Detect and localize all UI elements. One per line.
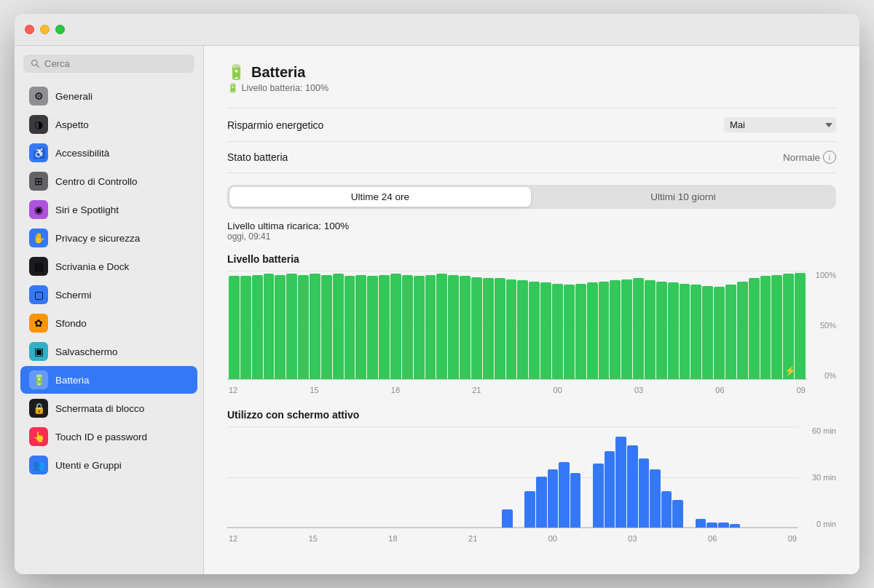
usage-bar <box>639 458 650 528</box>
centro-controllo-label: Centro di Controllo <box>55 176 138 187</box>
generali-label: Generali <box>55 91 92 102</box>
svg-point-0 <box>32 60 37 65</box>
battery-bar <box>471 277 482 379</box>
batteria-icon: 🔋 <box>29 370 48 389</box>
battery-bar <box>402 275 413 379</box>
last-charge-time: oggi, 09:41 <box>227 231 836 242</box>
usage-y-labels: 60 min 30 min 0 min <box>800 426 836 528</box>
usage-y-label-mid: 30 min <box>812 473 836 482</box>
setting-row-0: Risparmio energeticoMaiSempreSolo a batt… <box>227 108 836 142</box>
usage-bar <box>524 491 535 528</box>
touch-id-label: Touch ID e password <box>55 432 147 442</box>
close-button[interactable] <box>25 25 34 34</box>
tab-10d[interactable]: Ultimi 10 giorni <box>532 187 834 207</box>
usage-bar <box>696 519 706 528</box>
sidebar-item-scrivania-dock[interactable]: ▤Scrivania e Dock <box>20 253 197 280</box>
aspetto-label: Aspetto <box>55 119 89 130</box>
battery-x-label: 18 <box>391 386 400 394</box>
usage-chart-area: 60 min 30 min 0 min 1215182100030609 <box>227 426 836 543</box>
svg-line-1 <box>37 65 39 68</box>
usage-chart-title: Utilizzo con schermo attivo <box>227 409 836 421</box>
battery-bar <box>610 280 621 379</box>
sidebar-item-utenti-gruppi[interactable]: 👥Utenti e Gruppi <box>20 451 197 479</box>
sidebar-item-sfondo[interactable]: ✿Sfondo <box>20 309 197 337</box>
battery-bar <box>517 280 528 379</box>
sidebar-item-salvaschermo[interactable]: ▣Salvaschermo <box>20 338 197 365</box>
usage-chart-inner <box>227 426 798 528</box>
battery-bar <box>737 282 748 379</box>
battery-bar <box>621 279 632 379</box>
generali-icon: ⚙ <box>29 87 48 106</box>
battery-bar <box>333 274 344 379</box>
batteria-label: Batteria <box>55 375 90 386</box>
usage-bar <box>559 462 570 528</box>
battery-bar <box>540 282 551 379</box>
usage-bar <box>706 523 717 528</box>
usage-bar <box>672 500 683 528</box>
search-box[interactable] <box>23 55 194 73</box>
battery-bar <box>436 274 447 379</box>
schermata-blocco-label: Schermata di blocco <box>55 403 144 414</box>
battery-bar <box>575 284 586 379</box>
battery-bar <box>668 282 679 379</box>
usage-bar <box>605 451 615 528</box>
sidebar-item-accessibilita[interactable]: ♿Accessibilità <box>20 139 197 167</box>
salvaschermo-icon: ▣ <box>29 342 48 361</box>
battery-bar <box>252 275 263 379</box>
battery-bar <box>702 286 713 379</box>
battery-x-label: 21 <box>472 386 481 394</box>
minimize-button[interactable] <box>40 25 50 34</box>
battery-chart-inner: ⚡— <box>227 271 807 380</box>
battery-bar <box>425 275 436 379</box>
sidebar-item-privacy[interactable]: ✋Privacy e sicurezza <box>20 224 197 252</box>
schermata-blocco-icon: 🔒 <box>29 399 48 418</box>
sidebar: ⚙Generali◑Aspetto♿Accessibilità⊞Centro d… <box>15 46 204 574</box>
battery-bar <box>321 275 332 379</box>
battery-bar <box>725 285 736 379</box>
sidebar-item-siri-spotlight[interactable]: ◉Siri e Spotlight <box>20 196 197 223</box>
scrivania-dock-label: Scrivania e Dock <box>55 261 129 272</box>
risparmio-select[interactable]: MaiSempreSolo a batteriaSolo con aliment… <box>724 117 836 132</box>
battery-status-info-button[interactable]: i <box>823 151 836 164</box>
usage-x-label: 03 <box>628 534 637 543</box>
sidebar-items: ⚙Generali◑Aspetto♿Accessibilità⊞Centro d… <box>15 82 203 574</box>
sidebar-item-centro-controllo[interactable]: ⊞Centro di Controllo <box>20 167 197 195</box>
maximize-button[interactable] <box>55 25 65 34</box>
battery-bar <box>760 276 771 379</box>
usage-x-label: 00 <box>548 534 557 543</box>
tab-24h[interactable]: Ultime 24 ore <box>229 187 531 207</box>
accessibilita-icon: ♿ <box>29 143 48 162</box>
sidebar-item-aspetto[interactable]: ◑Aspetto <box>20 111 197 138</box>
battery-x-label: 12 <box>229 386 237 394</box>
battery-bar <box>587 282 598 379</box>
battery-icon-title: 🔋 <box>227 63 245 81</box>
usage-x-label: 09 <box>788 534 797 543</box>
siri-spotlight-icon: ◉ <box>29 200 48 219</box>
sidebar-item-touch-id[interactable]: 👆Touch ID e password <box>20 423 197 450</box>
battery-bar <box>795 273 806 379</box>
setting-control-1: Normalei <box>783 151 836 164</box>
sidebar-item-generali[interactable]: ⚙Generali <box>20 82 197 110</box>
titlebar <box>15 14 859 46</box>
usage-bar <box>502 509 513 528</box>
search-input[interactable] <box>44 58 187 69</box>
sidebar-item-batteria[interactable]: 🔋Batteria <box>20 366 197 394</box>
sidebar-item-schermata-blocco[interactable]: 🔒Schermata di blocco <box>20 394 197 422</box>
battery-x-labels: 1215182100030609 <box>227 386 807 394</box>
setting-label-0: Risparmio energetico <box>227 119 323 131</box>
battery-chart-area: 100% 50% 0% ⚡— 1215 <box>227 271 836 394</box>
usage-x-labels: 1215182100030609 <box>227 534 798 543</box>
charging-indicator: ⚡— <box>784 365 806 376</box>
usage-x-label: 06 <box>708 534 717 543</box>
battery-bar <box>749 278 760 379</box>
usage-bar <box>627 445 638 528</box>
sidebar-item-schermi[interactable]: ▢Schermi <box>20 281 197 309</box>
usage-x-label: 12 <box>229 534 237 543</box>
page-header: 🔋 Batteria 🔋 Livello batteria: 100% <box>227 63 836 93</box>
last-charge-label: Livello ultima ricarica: 100% <box>227 220 836 231</box>
usage-bar <box>615 437 626 528</box>
battery-icon-small: 🔋 <box>227 83 239 93</box>
battery-y-label-bot: 0% <box>824 371 836 380</box>
usage-chart-section: Utilizzo con schermo attivo 60 min 30 mi… <box>227 409 836 543</box>
battery-x-label: 03 <box>634 386 643 394</box>
